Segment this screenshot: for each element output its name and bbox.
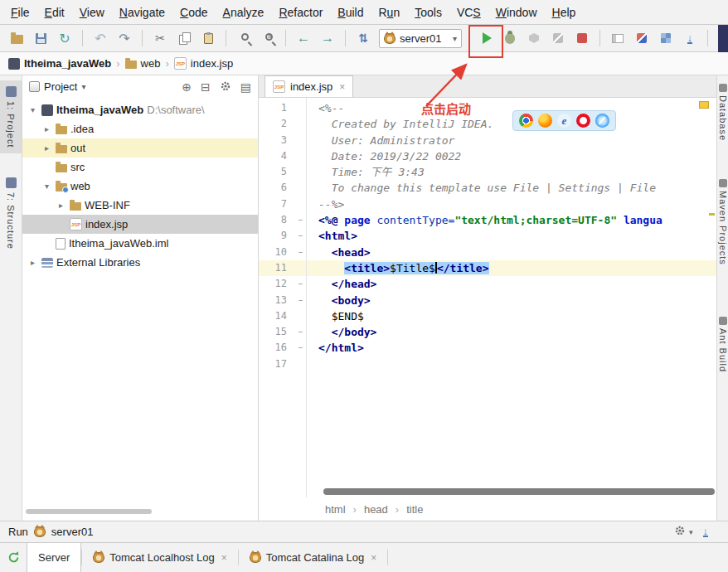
find-button[interactable] [232,27,255,50]
locate-icon[interactable]: ⊕ [182,81,192,93]
chevron-right-icon[interactable]: ▸ [27,258,38,267]
stop-button[interactable] [570,27,594,50]
safari-icon[interactable] [595,114,609,128]
code-line-15[interactable]: 15− </body> [259,324,716,340]
rerun-server-button[interactable] [0,543,27,572]
menu-item-navigate[interactable]: Navigate [112,2,172,22]
editor-code[interactable]: 1<%--2 Created by IntelliJ IDEA.3 User: … [259,98,716,497]
chevron-down-icon[interactable]: ▾ [27,105,38,114]
code-line-1[interactable]: 1<%-- [259,100,716,116]
code-line-6[interactable]: 6 To change this template use File | Set… [259,180,716,196]
close-icon[interactable]: × [371,552,376,564]
tree-item-itheima-javaweb[interactable]: ▾Itheima_javaWeb D:\software\ [22,100,258,119]
back-button[interactable]: ← [292,27,315,50]
cut-button[interactable]: ✂ [148,27,172,50]
fold-icon[interactable]: − [295,293,306,308]
tab-tomcat-catalina-log[interactable]: Tomcat Catalina Log× [239,543,388,572]
replace-button[interactable] [256,27,279,50]
code-line-17[interactable]: 17 [259,356,716,372]
close-icon[interactable]: × [221,552,227,564]
tool-window-button[interactable] [606,27,629,50]
fold-icon[interactable]: − [295,340,306,356]
tree-item-src[interactable]: src [22,158,258,177]
tree-item-index-jsp[interactable]: index.jsp [22,215,258,234]
collapse-all-icon[interactable]: ⊟ [201,81,211,93]
close-icon[interactable]: × [339,81,345,93]
save-button[interactable] [29,27,52,50]
chevron-right-icon[interactable]: ▸ [56,201,66,210]
tree-item-itheima-javaweb-iml[interactable]: Itheima_javaWeb.iml [22,234,258,253]
code-line-5[interactable]: 5 Time: 下午 3:43 [259,164,716,180]
breadcrumb-title[interactable]: title [406,503,423,516]
paste-button[interactable] [197,27,220,50]
profiler-button[interactable] [546,27,570,50]
tool-window-button-1-project[interactable]: 1: Project [0,80,22,153]
menu-item-view[interactable]: View [72,2,112,22]
hide-panel-icon[interactable]: ▤ [240,81,251,93]
code-line-4[interactable]: 4 Date: 2019/3/22 0022 [259,148,716,164]
code-line-12[interactable]: 12− </head> [259,276,716,292]
code-line-16[interactable]: 16−</html> [259,340,716,356]
code-line-10[interactable]: 10− <head> [259,245,716,260]
fold-icon[interactable]: − [295,324,306,340]
tool-window-button-7-structure[interactable]: 7: Structure [0,172,22,255]
menu-item-tools[interactable]: Tools [407,2,449,22]
breadcrumb-item-index-jsp[interactable]: index.jsp [174,57,233,70]
warning-stripe-mark[interactable] [709,213,715,216]
breadcrumb-item-itheima-javaweb[interactable]: Itheima_javaWeb [8,57,111,70]
breadcrumb-head[interactable]: head [364,503,388,516]
menu-item-refactor[interactable]: Refactor [271,2,330,22]
code-line-13[interactable]: 13− <body> [259,293,716,308]
chevron-right-icon[interactable]: ▸ [41,143,52,153]
code-line-3[interactable]: 3 User: Administrator [259,133,716,148]
tab-server[interactable]: Server [27,543,81,572]
fold-icon[interactable]: − [295,245,306,260]
menu-item-analyze[interactable]: Analyze [216,2,272,22]
chevron-right-icon[interactable]: ▸ [41,124,52,133]
menu-item-run[interactable]: Run [371,2,407,22]
fold-icon[interactable]: − [295,212,306,228]
undo-button[interactable]: ↶ [89,27,112,50]
tree-item-external-libraries[interactable]: ▸External Libraries [22,253,258,272]
tree-item-out[interactable]: ▸out [22,138,258,158]
forward-button[interactable]: → [316,27,339,50]
project-panel-title[interactable]: Project [44,80,77,93]
build-button[interactable]: ⇅ [352,27,375,50]
code-line-8[interactable]: 8−<%@ page contentType="text/html;charse… [259,212,716,228]
fold-icon[interactable]: − [295,276,306,292]
project-horizontal-scrollbar[interactable] [26,509,152,514]
menu-item-code[interactable]: Code [172,2,215,22]
tab-tomcat-localhost-log[interactable]: Tomcat Localhost Log× [82,543,237,572]
copy-button[interactable] [172,27,196,50]
settings-gear-icon[interactable] [220,80,231,94]
breadcrumb-html[interactable]: html [325,503,346,516]
tree-item-web-inf[interactable]: ▸WEB-INF [22,196,258,215]
settings-style-button[interactable] [630,27,653,50]
breadcrumb-item-web[interactable]: web [125,57,161,70]
redo-button[interactable]: ↷ [113,27,136,50]
coverage-button[interactable] [522,27,546,50]
run-config-select[interactable]: server01 ▾ [379,29,462,48]
menu-item-help[interactable]: Help [545,2,584,22]
menu-item-edit[interactable]: Edit [37,2,72,22]
code-line-9[interactable]: 9−<html> [259,228,716,244]
firefox-icon[interactable] [538,114,552,128]
chevron-down-icon[interactable]: ▾ [689,528,693,536]
open-button[interactable] [5,27,28,50]
sync-button[interactable]: ↻ [53,27,76,50]
chevron-down-icon[interactable]: ▾ [41,182,52,191]
inspection-indicator[interactable] [699,101,709,109]
menu-item-window[interactable]: Window [488,2,545,22]
code-line-14[interactable]: 14 $END$ [259,308,716,324]
download-icon[interactable]: ↓ [703,526,709,537]
tool-window-button-maven-projects[interactable]: Maven Projects [718,179,728,265]
editor-horizontal-scrollbar[interactable] [323,488,715,495]
opera-icon[interactable] [576,114,590,128]
chevron-down-icon[interactable]: ▾ [81,82,85,91]
debug-button[interactable] [498,27,522,50]
update-button[interactable]: ↓ [678,27,701,50]
ie-icon[interactable] [557,114,571,128]
code-line-2[interactable]: 2 Created by IntelliJ IDEA. [259,116,716,132]
settings-gear-icon[interactable] [674,525,686,539]
tool-window-button-ant-build[interactable]: Ant Build [718,317,728,372]
